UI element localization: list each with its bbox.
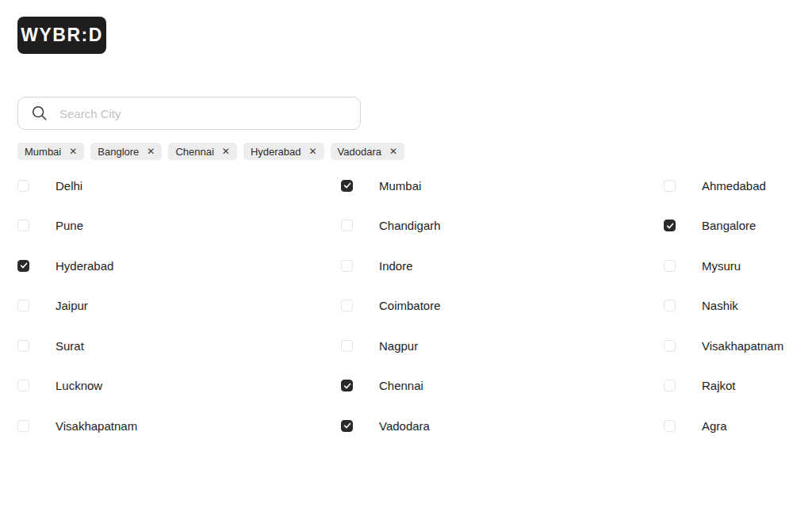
chip-close-icon[interactable]: ✕ — [309, 147, 317, 156]
city-option[interactable]: Bangalore — [664, 206, 812, 246]
city-option[interactable]: Jaipur — [17, 286, 341, 327]
city-option-label: Chandigarh — [379, 219, 441, 232]
city-checkbox[interactable] — [17, 340, 29, 352]
city-option[interactable]: Agra — [664, 406, 812, 446]
city-option[interactable]: Coimbatore — [341, 286, 664, 327]
city-checkbox[interactable] — [17, 260, 29, 272]
city-chip-label: Vadodara — [338, 147, 381, 157]
city-option-label: Nashik — [702, 299, 738, 312]
city-option-label: Hyderabad — [56, 259, 113, 273]
city-option-label: Vadodara — [379, 419, 430, 433]
city-option-label: Agra — [702, 419, 727, 433]
city-checkbox[interactable] — [17, 300, 29, 311]
city-selector-page: WYBR:D Mumbai ✕ Banglore ✕ Chennai ✕ Hyd… — [0, 0, 812, 527]
city-checkbox[interactable] — [17, 220, 29, 231]
chip-close-icon[interactable]: ✕ — [147, 147, 155, 156]
city-option-label: Coimbatore — [379, 299, 441, 312]
city-option-label: Visakhapatnam — [702, 339, 783, 353]
selected-city-chips: Mumbai ✕ Banglore ✕ Chennai ✕ Hyderabad … — [17, 143, 404, 160]
city-checkbox[interactable] — [341, 340, 353, 352]
city-option-label: Delhi — [56, 179, 82, 193]
city-option[interactable]: Mysuru — [664, 246, 812, 286]
check-icon — [20, 262, 28, 269]
city-chip: Mumbai ✕ — [17, 143, 84, 160]
check-icon — [343, 382, 351, 390]
city-option-label: Indore — [379, 259, 413, 273]
city-checkbox[interactable] — [17, 420, 29, 432]
city-checkbox-grid: Delhi Mumbai Ahmedabad Pune — [17, 166, 812, 446]
city-option[interactable]: Mumbai — [341, 166, 664, 206]
city-option-label: Jaipur — [56, 299, 88, 312]
city-option[interactable]: Chandigarh — [341, 206, 664, 246]
search-icon — [31, 105, 48, 122]
city-chip: Vadodara ✕ — [331, 143, 404, 160]
city-chip-label: Mumbai — [25, 147, 61, 157]
city-chip-label: Hyderabad — [251, 147, 301, 157]
city-option-label: Nagpur — [379, 339, 418, 353]
city-option[interactable]: Pune — [17, 206, 341, 246]
city-checkbox[interactable] — [341, 420, 353, 432]
city-checkbox[interactable] — [664, 180, 676, 192]
search-bar — [17, 97, 361, 130]
city-option-label: Ahmedabad — [702, 179, 766, 193]
city-option[interactable]: Nagpur — [341, 326, 664, 366]
city-option[interactable]: Delhi — [17, 166, 341, 206]
city-chip: Hyderabad ✕ — [243, 143, 324, 160]
city-option-label: Lucknow — [56, 379, 102, 392]
check-icon — [343, 181, 351, 189]
chip-close-icon[interactable]: ✕ — [222, 147, 230, 156]
city-checkbox[interactable] — [341, 220, 353, 231]
brand-logo: WYBR:D — [17, 17, 106, 54]
brand-logo-text: WYBR:D — [21, 25, 103, 46]
city-chip-label: Chennai — [175, 147, 213, 157]
city-checkbox[interactable] — [17, 380, 29, 391]
city-option[interactable]: Surat — [17, 326, 341, 366]
city-option-label: Mumbai — [379, 179, 421, 193]
city-checkbox[interactable] — [664, 380, 676, 391]
city-chip: Banglore ✕ — [90, 143, 162, 160]
city-checkbox[interactable] — [664, 260, 676, 272]
city-chip-label: Banglore — [98, 147, 139, 157]
city-option[interactable]: Visakhapatnam — [664, 326, 812, 366]
city-chip: Chennai ✕ — [168, 143, 237, 160]
city-option[interactable]: Rajkot — [664, 366, 812, 407]
search-input[interactable] — [58, 106, 350, 121]
chip-close-icon[interactable]: ✕ — [69, 147, 77, 156]
city-option[interactable]: Visakhapatnam — [17, 406, 341, 446]
city-checkbox[interactable] — [341, 380, 353, 391]
city-option[interactable]: Vadodara — [341, 406, 664, 446]
city-option[interactable]: Indore — [341, 246, 664, 286]
check-icon — [343, 422, 351, 430]
check-icon — [666, 222, 674, 230]
city-checkbox[interactable] — [664, 340, 676, 352]
city-option[interactable]: Ahmedabad — [664, 166, 812, 206]
city-option[interactable]: Hyderabad — [17, 246, 341, 286]
city-option[interactable]: Lucknow — [17, 366, 341, 407]
city-checkbox[interactable] — [664, 300, 676, 311]
city-checkbox[interactable] — [664, 420, 676, 432]
city-option-label: Bangalore — [702, 219, 756, 232]
city-option-label: Mysuru — [702, 259, 741, 273]
city-option-label: Chennai — [379, 379, 423, 392]
city-option[interactable]: Nashik — [664, 286, 812, 327]
city-checkbox[interactable] — [341, 180, 353, 192]
city-checkbox[interactable] — [664, 220, 676, 231]
city-option-label: Pune — [56, 219, 83, 232]
city-option-label: Surat — [56, 339, 84, 353]
city-option[interactable]: Chennai — [341, 366, 664, 407]
city-checkbox[interactable] — [17, 180, 29, 192]
chip-close-icon[interactable]: ✕ — [389, 147, 397, 156]
city-checkbox[interactable] — [341, 300, 353, 311]
city-option-label: Visakhapatnam — [56, 419, 137, 433]
city-checkbox[interactable] — [341, 260, 353, 272]
city-option-label: Rajkot — [702, 379, 736, 392]
